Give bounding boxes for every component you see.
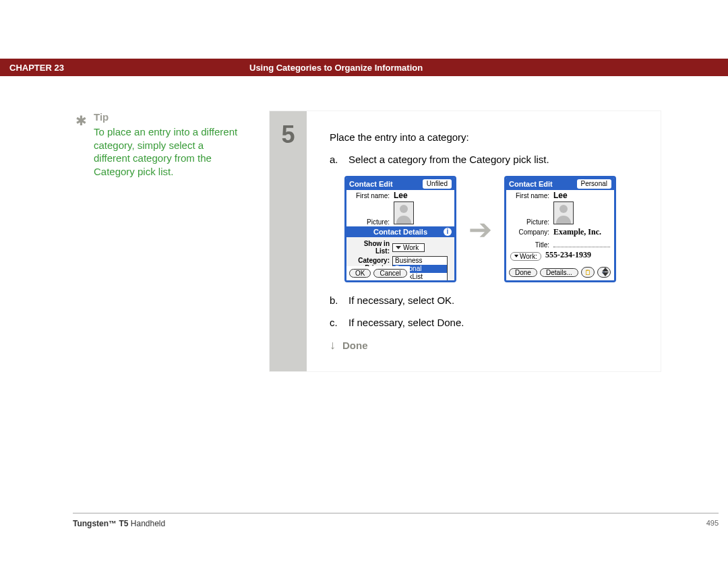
footer-rule [73,513,719,513]
step-number: 5 [270,111,307,371]
done-button[interactable]: Done [509,268,537,277]
done-marker: ↓ Done [330,339,638,351]
step-c: c. If necessary, select Done. [330,317,638,328]
tip-asterisk-icon: ✱ [75,114,87,127]
category-option-business[interactable]: Business [393,257,447,265]
step-intro: Place the entry into a category: [330,131,638,143]
avatar-placeholder-icon[interactable] [553,201,574,224]
tip-text: To place an entry into a different categ… [94,125,243,178]
chapter-title: Using Categories to Organize Information [249,63,423,73]
palm-screen-before: Contact Edit Unfiled First name: Lee Pic… [344,176,456,282]
palm-title-after: Contact Edit Personal [506,178,614,190]
show-in-list-picklist[interactable]: Work [392,243,425,252]
step-body: Place the entry into a category: a. Sele… [307,111,661,371]
details-button[interactable]: Details... [540,268,578,277]
palm-screen-after: Category Contact Edit Personal First nam… [504,176,616,282]
note-icon-button[interactable]: 🗒 [581,267,595,278]
dropdown-icon [396,246,401,249]
work-phone-chip[interactable]: Work: [510,252,541,261]
tip-sidebar: ✱ Tip To place an entry into a different… [0,111,270,371]
category-option-unfiled[interactable]: Unfiled [393,281,447,282]
arrow-right-icon: ➔ [468,213,492,246]
product-name: Tungsten™ T5 Handheld [73,519,165,528]
category-chip-personal[interactable]: Personal [577,179,611,189]
contact-details-heading: Contact Details i [346,226,454,237]
page-footer: Tungsten™ T5 Handheld 495 [73,519,719,528]
chapter-header: CHAPTER 23 Using Categories to Organize … [0,59,728,76]
step-b: b. If necessary, select OK. [330,294,638,306]
category-chip-unfiled[interactable]: Unfiled [423,179,452,189]
page-number: 495 [706,519,719,528]
step-panel: 5 Place the entry into a category: a. Se… [270,111,661,371]
tip-block: ✱ Tip To place an entry into a different… [75,111,243,178]
scroll-arrows[interactable] [601,268,610,276]
palm-title-before: Contact Edit Unfiled [346,178,454,190]
ok-button[interactable]: OK [349,269,371,278]
tip-label: Tip [94,111,243,123]
info-icon[interactable]: i [444,228,452,236]
chapter-label: CHAPTER 23 [9,63,64,73]
done-arrow-icon: ↓ [330,339,336,351]
scroll-up-icon [602,268,609,272]
content-area: ✱ Tip To place an entry into a different… [0,111,728,371]
cancel-button[interactable]: Cancel [373,269,406,278]
title-field[interactable] [553,239,610,247]
step-a: a. Select a category from the Category p… [330,154,638,165]
scroll-down-icon [602,272,609,276]
screenshots-row: Contact Edit Unfiled First name: Lee Pic… [344,176,638,282]
avatar-placeholder-icon[interactable] [394,201,414,224]
